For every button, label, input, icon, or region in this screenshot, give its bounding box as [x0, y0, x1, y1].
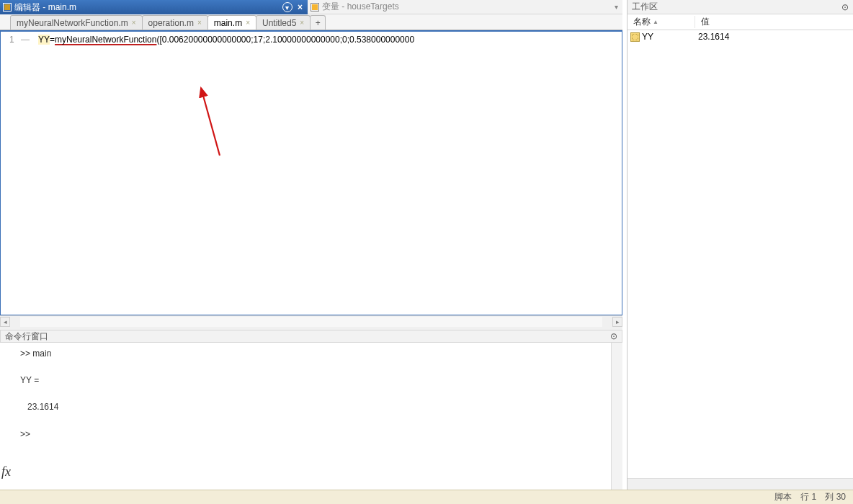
scroll-right-icon[interactable]: ▸ [612, 317, 622, 327]
command-window-title: 命令行窗口 [5, 330, 48, 343]
workspace-header: 名称▲ 值 [628, 14, 853, 30]
editor-titlebar: 编辑器 - main.m ▾ × [0, 0, 308, 14]
variables-icon [311, 3, 319, 12]
workspace-title: 工作区 [632, 1, 658, 13]
code-args: ([0.00620000000000000;17;2.1000000000000… [156, 35, 414, 45]
status-mode: 脚本 [774, 491, 792, 503]
workspace-row[interactable]: YY 23.1614 [628, 30, 853, 43]
tab-file[interactable]: Untitled5× [256, 15, 311, 30]
status-line-label: 行 [800, 492, 809, 502]
command-output: >> main YY = 23.1614 >> [3, 347, 58, 490]
code-eq: = [50, 35, 55, 45]
editor-gutter: 1 — [1, 32, 34, 315]
editor-dropdown-icon[interactable]: ▾ [282, 2, 292, 12]
variables-dropdown-icon[interactable]: ▾ [613, 3, 620, 11]
tab-close-icon[interactable]: × [132, 19, 136, 27]
editor-hscrollbar[interactable]: ◂ ▸ [0, 315, 622, 327]
variable-name: YY [642, 32, 653, 42]
code-function-name: myNeuralNetworkFunction [55, 35, 156, 45]
sort-asc-icon: ▲ [653, 19, 658, 25]
command-window-titlebar: 命令行窗口 ⊙ [0, 330, 622, 343]
workspace-titlebar: 工作区 ⊙ [628, 0, 853, 14]
editor-area[interactable]: 1 — YY=myNeuralNetworkFunction([0.006200… [0, 30, 622, 315]
workspace-dropdown-icon[interactable]: ⊙ [841, 2, 849, 12]
workspace-hscrollbar[interactable] [628, 478, 853, 490]
tab-close-icon[interactable]: × [197, 19, 202, 27]
editor-close-icon[interactable]: × [295, 2, 305, 12]
editor-code[interactable]: YY=myNeuralNetworkFunction([0.0062000000… [34, 32, 622, 315]
workspace-body[interactable]: YY 23.1614 [628, 30, 853, 478]
editor-tab-row: myNeuralNetworkFunction.m× operation.m× … [0, 14, 622, 30]
svg-line-0 [201, 88, 220, 156]
status-col-label: 列 [825, 492, 834, 502]
status-bar: 脚本 行 1 列 30 [0, 490, 853, 504]
line-number: 1 [9, 35, 14, 45]
tab-file[interactable]: operation.m× [142, 15, 208, 30]
editor-title: 编辑器 - main.m [14, 1, 76, 14]
fx-icon[interactable]: fx [1, 464, 11, 480]
tab-add-button[interactable]: + [310, 15, 326, 30]
tab-close-icon[interactable]: × [300, 19, 304, 27]
tab-file[interactable]: main.m× [207, 15, 256, 30]
annotation-arrow-icon [156, 84, 236, 163]
variables-titlebar[interactable]: 变量 - houseTargets ▾ [308, 0, 622, 14]
tab-close-icon[interactable]: × [246, 19, 250, 27]
status-line: 1 [812, 492, 817, 502]
status-col: 30 [836, 492, 846, 502]
variables-title: 变量 - houseTargets [322, 1, 399, 13]
scroll-left-icon[interactable]: ◂ [0, 317, 10, 327]
workspace-col-value[interactable]: 值 [695, 16, 715, 28]
variable-value: 23.1614 [698, 32, 729, 42]
command-window[interactable]: fx >> main YY = 23.1614 >> [0, 343, 622, 490]
tab-label: myNeuralNetworkFunction.m [17, 18, 128, 28]
command-vscrollbar[interactable] [611, 343, 622, 490]
editor-doc-icon [3, 3, 12, 12]
tab-label: operation.m [148, 18, 194, 28]
tab-label: main.m [214, 18, 242, 28]
code-var: YY [38, 35, 50, 45]
command-window-dropdown-icon[interactable]: ⊙ [610, 331, 617, 341]
tab-label: Untitled5 [262, 18, 296, 28]
tab-file[interactable]: myNeuralNetworkFunction.m× [10, 15, 143, 30]
variable-icon [630, 32, 640, 42]
workspace-col-name[interactable]: 名称▲ [628, 16, 695, 28]
